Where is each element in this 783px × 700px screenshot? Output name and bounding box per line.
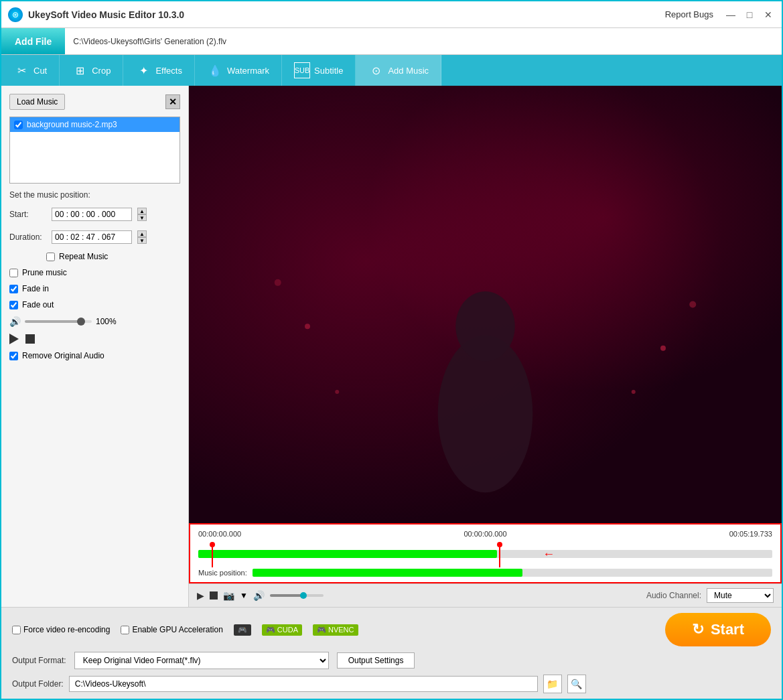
remove-original-label: Remove Original Audio bbox=[22, 351, 104, 360]
duration-up-btn[interactable]: ▲ bbox=[137, 230, 147, 237]
crop-icon: ⊞ bbox=[72, 62, 88, 78]
tab-crop[interactable]: ⊞ Crop bbox=[60, 55, 123, 86]
force-reencode-label[interactable]: Force video re-encoding bbox=[12, 625, 110, 634]
start-button[interactable]: ↻ Start bbox=[665, 613, 771, 646]
music-position-label: Music position: bbox=[198, 569, 247, 577]
music-list-header: Load Music ✕ bbox=[9, 94, 180, 110]
tab-subtitle[interactable]: SUB Subtitle bbox=[282, 55, 356, 86]
bottom-row1: Force video re-encoding Enable GPU Accel… bbox=[12, 613, 771, 646]
output-format-label: Output Format: bbox=[12, 656, 66, 665]
duration-spinner[interactable]: ▲ ▼ bbox=[137, 230, 147, 244]
prune-music-checkbox[interactable] bbox=[9, 269, 18, 277]
start-label: Start: bbox=[9, 210, 46, 219]
report-bugs-link[interactable]: Report Bugs bbox=[665, 9, 713, 19]
arrow-indicator: ← bbox=[543, 547, 555, 561]
tab-crop-label: Crop bbox=[92, 66, 111, 76]
playback-bar: ▶ 📷 ▼ 🔊 Audio Channel: Mute Left Right S… bbox=[189, 583, 782, 607]
timestamp-right: 00:05:19.733 bbox=[729, 530, 772, 538]
title-bar: ⊛ UkeySoft Video Music Editor 10.3.0 Rep… bbox=[1, 1, 782, 28]
start-label: Start bbox=[711, 621, 744, 638]
start-up-btn[interactable]: ▲ bbox=[137, 208, 147, 214]
volume-row: 🔊 100% bbox=[9, 316, 180, 327]
start-icon: ↻ bbox=[692, 621, 704, 638]
music-list: background music-2.mp3 bbox=[9, 117, 180, 184]
pb-dropdown-icon[interactable]: ▼ bbox=[240, 591, 248, 600]
start-spinner[interactable]: ▲ ▼ bbox=[137, 208, 147, 221]
fade-out-checkbox[interactable] bbox=[9, 301, 18, 309]
volume-slider[interactable] bbox=[25, 320, 92, 323]
force-reencode-checkbox[interactable] bbox=[12, 626, 21, 634]
restore-button[interactable]: □ bbox=[743, 8, 756, 21]
play-button[interactable] bbox=[9, 334, 19, 344]
tab-cut[interactable]: ✂ Cut bbox=[1, 55, 60, 86]
timeline-track[interactable]: ← bbox=[198, 542, 772, 566]
music-item-checkbox[interactable] bbox=[14, 121, 23, 129]
video-placeholder bbox=[189, 86, 782, 523]
tab-effects[interactable]: ✦ Effects bbox=[123, 55, 195, 86]
repeat-music-checkbox[interactable] bbox=[46, 253, 55, 261]
duration-label: Duration: bbox=[9, 232, 46, 242]
audio-channel-select[interactable]: Mute Left Right Stereo bbox=[707, 588, 774, 603]
tab-cut-label: Cut bbox=[33, 66, 47, 76]
right-panel: 00:00:00.000 00:00:00.000 00:05:19.733 bbox=[189, 86, 782, 607]
marker-left-dot bbox=[210, 542, 215, 547]
title-bar-right: Report Bugs — □ ✕ bbox=[665, 8, 775, 21]
volume-thumb[interactable] bbox=[77, 318, 85, 326]
output-settings-button[interactable]: Output Settings bbox=[337, 652, 415, 669]
search-folder-button[interactable]: 🔍 bbox=[567, 675, 586, 693]
stop-button[interactable] bbox=[25, 334, 35, 344]
pb-play-button[interactable]: ▶ bbox=[197, 590, 204, 601]
cuda-icon: 🎮 bbox=[266, 626, 275, 634]
minimize-button[interactable]: — bbox=[724, 8, 737, 21]
svg-point-6 bbox=[689, 301, 696, 308]
app-icon: ⊛ bbox=[8, 7, 23, 22]
cuda-badge: 🎮 CUDA bbox=[262, 624, 302, 636]
output-format-select[interactable]: Keep Original Video Format(*.flv) bbox=[74, 652, 329, 669]
start-time-input[interactable] bbox=[52, 208, 132, 221]
pb-camera-button[interactable]: 📷 bbox=[223, 590, 234, 601]
tab-add-music[interactable]: ⊙ Add Music bbox=[356, 55, 441, 86]
nav-tabs: ✂ Cut ⊞ Crop ✦ Effects 💧 Watermark SUB S… bbox=[1, 55, 782, 86]
pb-volume-thumb bbox=[300, 592, 307, 599]
marker-right-line bbox=[499, 547, 500, 567]
marker-left[interactable] bbox=[210, 542, 215, 567]
music-position-bar bbox=[198, 550, 497, 558]
output-folder-label: Output Folder: bbox=[12, 679, 64, 689]
close-button[interactable]: ✕ bbox=[762, 8, 775, 21]
bottom-row3: Output Folder: 📁 🔍 bbox=[12, 675, 771, 693]
enable-gpu-label[interactable]: Enable GPU Acceleration bbox=[121, 625, 222, 634]
nvidia-badge: 🎮 bbox=[234, 624, 251, 636]
start-down-btn[interactable]: ▼ bbox=[137, 214, 147, 221]
music-pos-fill bbox=[253, 569, 523, 577]
tab-effects-label: Effects bbox=[155, 66, 182, 76]
fade-in-checkbox[interactable] bbox=[9, 285, 18, 293]
svg-point-9 bbox=[275, 279, 281, 286]
file-path: C:\Videos-Ukeysoft\Girls' Generation (2)… bbox=[65, 37, 234, 46]
duration-input[interactable] bbox=[52, 230, 132, 244]
app-title: UkeySoft Video Music Editor 10.3.0 bbox=[28, 9, 184, 20]
remove-original-checkbox[interactable] bbox=[9, 352, 18, 360]
music-pos-track[interactable] bbox=[253, 569, 772, 577]
load-music-button[interactable]: Load Music bbox=[9, 94, 65, 110]
pb-stop-button[interactable] bbox=[210, 591, 218, 600]
cut-icon: ✂ bbox=[13, 62, 29, 78]
app-window: ⊛ UkeySoft Video Music Editor 10.3.0 Rep… bbox=[0, 0, 783, 700]
output-folder-input[interactable] bbox=[69, 676, 538, 692]
tab-watermark[interactable]: 💧 Watermark bbox=[195, 55, 282, 86]
close-music-panel-button[interactable]: ✕ bbox=[165, 94, 180, 109]
pb-volume-slider[interactable] bbox=[270, 594, 324, 597]
svg-point-7 bbox=[305, 324, 310, 329]
add-file-button[interactable]: Add File bbox=[1, 28, 65, 54]
tab-watermark-label: Watermark bbox=[227, 66, 269, 76]
repeat-row: Repeat Music bbox=[46, 252, 180, 261]
pb-volume-icon: 🔊 bbox=[253, 590, 265, 601]
list-item[interactable]: background music-2.mp3 bbox=[10, 117, 180, 132]
enable-gpu-checkbox[interactable] bbox=[121, 626, 129, 634]
duration-down-btn[interactable]: ▼ bbox=[137, 237, 147, 244]
browse-folder-button[interactable]: 📁 bbox=[543, 675, 562, 693]
fade-in-row: Fade in bbox=[9, 284, 180, 293]
audio-channel-label: Audio Channel: bbox=[646, 591, 701, 600]
remove-original-row: Remove Original Audio bbox=[9, 351, 180, 360]
marker-right[interactable] bbox=[497, 542, 502, 567]
nvenc-icon: 🎮 bbox=[317, 626, 326, 634]
